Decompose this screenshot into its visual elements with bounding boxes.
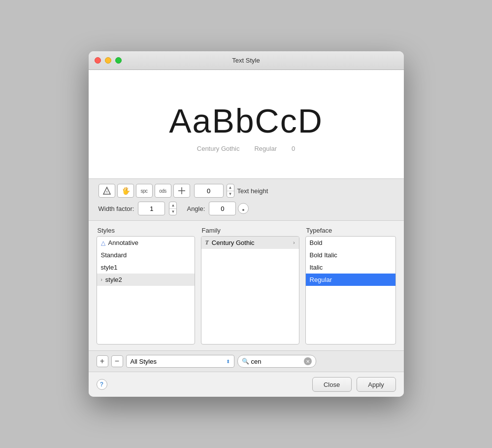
minimize-traffic-light[interactable] <box>105 57 111 64</box>
styles-dropdown-label: All Styles <box>131 358 157 365</box>
family-item-label: Century Gothic <box>212 239 255 246</box>
style-item-label: style2 <box>105 276 122 283</box>
width-factor-spinner[interactable]: ▲ ▼ <box>169 202 177 215</box>
main-area: Styles △ Annotative Standard style1 › st… <box>89 221 404 350</box>
font-t-icon: T <box>205 239 209 246</box>
text-style-dialog: Text Style AaBbCcD Century Gothic Regula… <box>89 51 404 397</box>
close-traffic-light[interactable] <box>95 57 101 64</box>
preview-area: AaBbCcD Century Gothic Regular 0 <box>89 70 404 178</box>
action-bar: ? Close Apply <box>89 372 404 397</box>
spin-up[interactable]: ▲ <box>227 184 234 191</box>
font-info: Century Gothic Regular 0 <box>197 145 295 152</box>
width-factor-input[interactable] <box>138 202 165 215</box>
width-spin-up[interactable]: ▲ <box>169 202 176 209</box>
family-list[interactable]: T Century Gothic › <box>201 236 299 345</box>
action-buttons: Close Apply <box>312 377 396 392</box>
font-name-display: Century Gothic <box>197 145 240 152</box>
style-icon-btn1[interactable]: A <box>98 184 115 198</box>
typeface-list[interactable]: Bold Bold Italic Italic Regular <box>305 236 396 345</box>
typeface-label: Regular <box>310 276 332 283</box>
toolbar-row2: Width factor: ▲ ▼ Angle: <box>98 202 394 215</box>
family-item-century-gothic[interactable]: T Century Gothic › <box>201 237 299 249</box>
typeface-item-bold[interactable]: Bold <box>306 237 395 249</box>
width-factor-group: Width factor: ▲ ▼ <box>98 202 177 215</box>
styles-column: Styles △ Annotative Standard style1 › st… <box>97 227 195 345</box>
remove-style-button[interactable]: − <box>111 355 123 367</box>
add-style-button[interactable]: + <box>97 355 108 367</box>
angle-label: Angle: <box>187 205 205 212</box>
style-icon-btn2[interactable]: 🖐 <box>117 184 134 198</box>
style-item-style2[interactable]: › style2 <box>97 274 195 286</box>
width-factor-label: Width factor: <box>98 205 134 212</box>
annotative-icon: △ <box>101 240 105 246</box>
styles-list[interactable]: △ Annotative Standard style1 › style2 <box>97 236 195 345</box>
style-item-label: Annotative <box>108 239 138 246</box>
style-item-annotative[interactable]: △ Annotative <box>97 237 195 249</box>
text-height-input[interactable] <box>194 184 224 198</box>
typeface-item-bold-italic[interactable]: Bold Italic <box>306 249 395 261</box>
annotative-icon: A <box>102 186 111 195</box>
angle-input-wrap <box>209 202 249 215</box>
window-title: Text Style <box>232 57 260 64</box>
search-clear-button[interactable]: ✕ <box>304 357 312 365</box>
style-item-style1[interactable]: style1 <box>97 261 195 274</box>
maximize-traffic-light[interactable] <box>115 57 122 64</box>
typeface-item-italic[interactable]: Italic <box>306 261 395 274</box>
help-button[interactable]: ? <box>97 379 107 390</box>
family-header: Family <box>201 227 299 234</box>
search-box: 🔍 ✕ <box>237 355 316 368</box>
svg-text:A: A <box>105 190 107 193</box>
style-item-label: style1 <box>101 264 118 271</box>
close-button[interactable]: Close <box>312 377 352 392</box>
chevron-right-icon: › <box>101 277 102 282</box>
angle-dial-dot <box>242 209 244 211</box>
bottom-bar: + − All Styles ⬍ 🔍 ✕ <box>89 350 404 372</box>
search-icon: 🔍 <box>242 358 249 365</box>
traffic-lights <box>95 57 122 64</box>
apply-button[interactable]: Apply <box>357 377 396 392</box>
text-height-spinner[interactable]: ▲ ▼ <box>227 184 234 198</box>
typeface-column: Typeface Bold Bold Italic Italic Regular <box>305 227 396 345</box>
search-input[interactable] <box>251 358 302 365</box>
font-size-display: 0 <box>292 145 295 152</box>
style-icon-btn3[interactable]: spc <box>136 184 153 198</box>
crosshair-icon <box>178 187 186 195</box>
text-height-label: Text height <box>237 187 268 195</box>
height-input-wrap: ▲ ▼ Text height <box>194 184 268 198</box>
angle-dial[interactable] <box>238 203 249 214</box>
styles-filter-dropdown[interactable]: All Styles ⬍ <box>126 355 234 368</box>
style-icon-btn4[interactable]: ods <box>155 184 171 198</box>
spin-down[interactable]: ▼ <box>227 191 234 198</box>
family-arrow-icon: › <box>293 240 295 245</box>
typeface-header: Typeface <box>305 227 396 234</box>
styles-header: Styles <box>97 227 195 234</box>
hand-icon: 🖐 <box>121 186 130 195</box>
family-column: Family T Century Gothic › <box>201 227 299 345</box>
typeface-label: Italic <box>310 264 323 271</box>
angle-group: Angle: <box>187 202 249 215</box>
typeface-label: Bold Italic <box>310 251 337 259</box>
dropdown-arrow-icon: ⬍ <box>226 359 230 364</box>
typeface-label: Bold <box>310 239 323 246</box>
style-icon-btn5[interactable] <box>173 184 190 198</box>
svg-text:🖐: 🖐 <box>121 187 130 195</box>
titlebar: Text Style <box>89 51 404 70</box>
font-style-display: Regular <box>254 145 277 152</box>
toolbar-area: A 🖐 spc ods ▲ ▼ <box>89 178 404 221</box>
style-item-standard[interactable]: Standard <box>97 249 195 261</box>
style-item-label: Standard <box>101 251 127 259</box>
typeface-item-regular[interactable]: Regular <box>306 274 395 286</box>
angle-input[interactable] <box>209 202 236 215</box>
preview-text: AaBbCcD <box>169 102 323 140</box>
width-spin-down[interactable]: ▼ <box>169 209 176 215</box>
toolbar-row1: A 🖐 spc ods ▲ ▼ <box>98 184 394 198</box>
